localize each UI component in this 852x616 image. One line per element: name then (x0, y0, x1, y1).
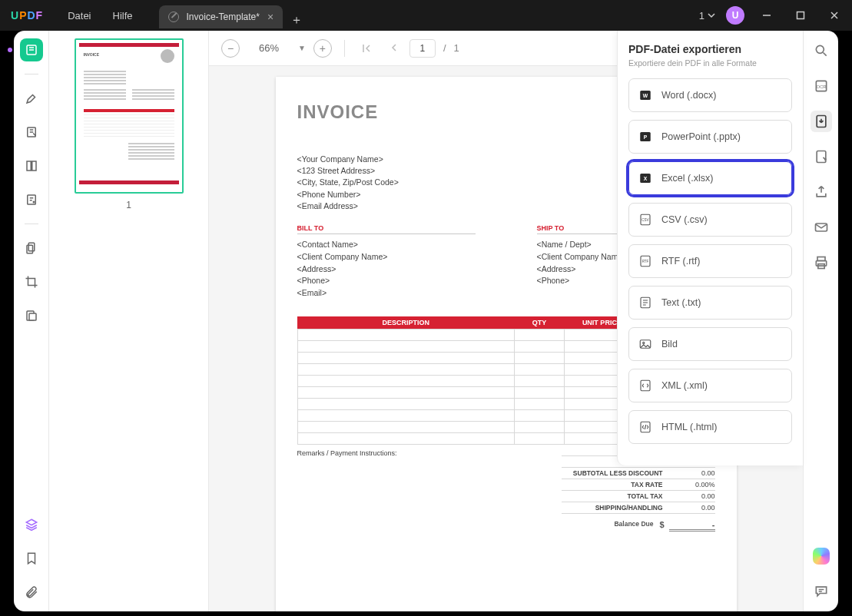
export-subtitle: Exportiere dein PDF in alle Formate (628, 58, 792, 68)
powerpoint-icon: P (638, 130, 652, 144)
page-total: 1 (454, 42, 459, 54)
svg-text:OCR: OCR (816, 84, 826, 89)
thumbnail-page-number: 1 (60, 200, 197, 210)
xml-icon (638, 379, 652, 392)
svg-rect-8 (28, 243, 35, 251)
svg-point-24 (643, 342, 645, 343)
zoom-dropdown[interactable]: ▼ (298, 44, 306, 52)
tab-document[interactable]: Invoice-Template* × (159, 5, 283, 28)
prev-page-button[interactable] (383, 39, 402, 58)
svg-rect-5 (31, 161, 35, 171)
reader-tool[interactable] (20, 38, 43, 61)
zoom-out-button[interactable]: − (221, 39, 240, 58)
svg-point-7 (33, 201, 35, 203)
html-icon (638, 420, 652, 434)
bookmark-button[interactable] (20, 547, 43, 570)
email-button[interactable] (811, 217, 832, 238)
export-powerpoint[interactable]: P PowerPoint (.pptx) (628, 120, 792, 154)
svg-rect-1 (797, 12, 804, 19)
page-input[interactable] (409, 39, 436, 58)
ai-button[interactable] (811, 545, 832, 567)
left-tool-rail (14, 31, 49, 611)
share-button[interactable] (811, 181, 832, 203)
tab-title: Invoice-Template* (187, 12, 260, 22)
svg-rect-9 (27, 245, 33, 253)
crop-tool[interactable] (20, 270, 43, 293)
window-maximize-button[interactable] (789, 4, 812, 27)
ocr-button[interactable]: OCR (811, 75, 832, 97)
window-count-dropdown[interactable]: 1 (699, 10, 715, 22)
zoom-value[interactable]: 66% (247, 42, 290, 54)
tab-add-button[interactable]: ＋ (290, 12, 303, 28)
tab-bar: Invoice-Template* × ＋ (159, 2, 303, 28)
edit-tool[interactable] (20, 121, 43, 144)
export-panel: PDF-Datei exportieren Exportiere dein PD… (617, 31, 803, 465)
export-title: PDF-Datei exportieren (628, 43, 792, 55)
svg-point-27 (816, 45, 824, 53)
form-tool[interactable] (20, 188, 43, 211)
tab-close-button[interactable]: × (267, 11, 274, 23)
excel-icon: X (638, 171, 652, 185)
window-minimize-button[interactable] (755, 4, 778, 27)
text-icon (638, 296, 652, 310)
svg-text:X: X (644, 176, 648, 181)
app-logo: UPDF (11, 9, 43, 22)
svg-rect-31 (817, 151, 826, 163)
svg-rect-4 (27, 161, 31, 171)
export-button[interactable] (811, 111, 832, 132)
comment-button[interactable] (811, 581, 832, 602)
menu-file[interactable]: Datei (57, 10, 101, 22)
svg-text:CSV: CSV (641, 218, 648, 222)
export-xml[interactable]: XML (.xml) (628, 369, 792, 402)
svg-text:RTF: RTF (642, 260, 649, 263)
redact-tool[interactable] (20, 304, 43, 327)
edge-indicator-dot (8, 48, 12, 52)
search-button[interactable] (811, 40, 832, 61)
svg-text:P: P (644, 134, 648, 140)
chevron-down-icon (708, 12, 715, 19)
print-button[interactable] (811, 252, 832, 273)
organize-tool[interactable] (20, 154, 43, 177)
document-icon (168, 12, 179, 22)
export-text[interactable]: Text (.txt) (628, 286, 792, 320)
export-image[interactable]: Bild (628, 327, 792, 361)
svg-text:W: W (643, 93, 648, 98)
save-as-button[interactable] (811, 146, 832, 167)
editor-area: − 66% ▼ + / 1 INVOICE <Your Company Name… (209, 31, 803, 611)
window-close-button[interactable] (823, 4, 846, 27)
remarks-label: Remarks / Payment Instructions: (297, 449, 546, 532)
layers-button[interactable] (20, 513, 43, 536)
export-rtf[interactable]: RTF RTF (.rtf) (628, 244, 792, 278)
attachment-button[interactable] (20, 581, 43, 604)
pages-tool[interactable] (20, 237, 43, 260)
highlight-tool[interactable] (20, 87, 43, 110)
menu-help[interactable]: Hilfe (102, 10, 144, 22)
export-word[interactable]: W Word (.docx) (628, 78, 792, 112)
bill-to-block: BILL TO <Contact Name><Client Company Na… (297, 224, 476, 300)
workspace: INVOICE 1 − 66% ▼ + / (14, 31, 838, 611)
svg-rect-11 (29, 313, 36, 320)
zoom-in-button[interactable]: + (313, 39, 332, 58)
image-icon (638, 337, 652, 351)
page-thumbnail[interactable]: INVOICE (75, 38, 184, 194)
export-csv[interactable]: CSV CSV (.csv) (628, 203, 792, 237)
thumbnails-panel: INVOICE 1 (49, 31, 209, 611)
avatar[interactable]: U (726, 6, 744, 25)
titlebar: UPDF Datei Hilfe Invoice-Template* × ＋ 1… (0, 0, 852, 31)
export-html[interactable]: HTML (.html) (628, 410, 792, 444)
export-excel[interactable]: X Excel (.xlsx) (628, 161, 792, 195)
word-icon: W (638, 88, 652, 102)
right-tool-rail: OCR (803, 31, 838, 611)
first-page-button[interactable] (357, 39, 376, 58)
ai-icon (813, 548, 830, 565)
page-separator: / (443, 42, 446, 54)
rtf-icon: RTF (638, 254, 652, 268)
csv-icon: CSV (638, 213, 652, 227)
